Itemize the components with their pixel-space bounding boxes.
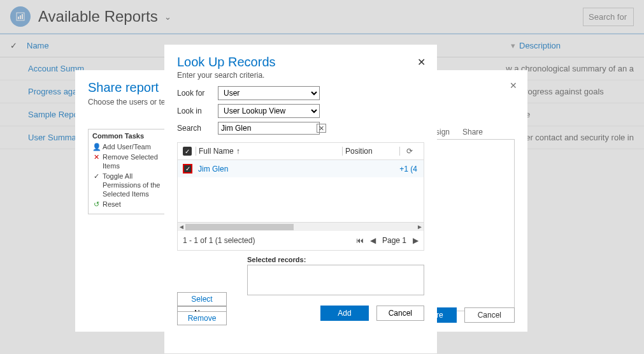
lookup-title: Look Up Records xyxy=(177,55,424,70)
close-icon[interactable]: ✕ xyxy=(510,80,517,91)
lookup-subtitle: Enter your search criteria. xyxy=(177,71,424,80)
page-label: Page 1 xyxy=(382,236,406,245)
grid-header: ✓ Full Name ↑ Position ⟳ xyxy=(178,143,424,160)
clear-search-icon[interactable]: ✕ xyxy=(317,124,326,133)
share-columns: ssign Share xyxy=(432,128,515,139)
check-icon: ✓ xyxy=(92,172,100,181)
scroll-left-icon[interactable]: ◄ xyxy=(178,223,185,230)
scroll-thumb[interactable] xyxy=(185,224,294,230)
select-all-checkbox[interactable]: ✓ xyxy=(183,147,192,156)
selected-records-box xyxy=(247,265,424,295)
task-add-user[interactable]: 👤Add User/Team xyxy=(92,142,173,151)
column-fullname[interactable]: Full Name ↑ xyxy=(196,147,342,156)
task-reset[interactable]: ↺Reset xyxy=(92,200,173,209)
search-label: Search xyxy=(177,124,218,133)
row-checkbox[interactable]: ✓ xyxy=(183,164,192,173)
row-phone: +1 (4 xyxy=(361,165,419,173)
grid-row[interactable]: ✓ Jim Glen +1 (4 xyxy=(178,160,424,177)
select-button[interactable]: Select xyxy=(177,292,227,306)
pager: 1 - 1 of 1 (1 selected) ⏮ ◀ Page 1 ▶ xyxy=(177,231,424,251)
results-grid: ✓ Full Name ↑ Position ⟳ ✓ Jim Glen +1 (… xyxy=(177,142,424,231)
sort-asc-icon: ↑ xyxy=(236,147,240,156)
prev-page-icon[interactable]: ◀ xyxy=(370,236,376,245)
cancel-button[interactable]: Cancel xyxy=(464,307,515,323)
remove-icon: ✕ xyxy=(92,152,100,161)
common-tasks-box: Common Tasks 👤Add User/Team ✕Remove Sele… xyxy=(88,129,177,214)
close-icon[interactable]: ✕ xyxy=(417,56,426,68)
lookin-label: Look in xyxy=(177,107,218,115)
add-button[interactable]: Add xyxy=(320,306,368,321)
pager-status: 1 - 1 of 1 (1 selected) xyxy=(183,236,356,245)
first-page-icon[interactable]: ⏮ xyxy=(356,236,364,245)
lookfor-label: Look for xyxy=(177,89,218,98)
task-remove[interactable]: ✕Remove Selected Items xyxy=(92,152,173,170)
horizontal-scrollbar[interactable]: ◄ ► xyxy=(178,222,424,231)
next-page-icon[interactable]: ▶ xyxy=(413,236,419,245)
column-position[interactable]: Position xyxy=(342,147,399,156)
lookfor-select[interactable]: User xyxy=(218,86,320,100)
remove-button[interactable]: Remove xyxy=(177,311,227,325)
cancel-button[interactable]: Cancel xyxy=(376,306,424,321)
row-fullname: Jim Glen xyxy=(196,165,361,173)
share-list xyxy=(432,139,515,311)
scroll-right-icon[interactable]: ► xyxy=(416,223,424,230)
reset-icon: ↺ xyxy=(92,200,100,209)
lookup-records-dialog: ✕ Look Up Records Enter your search crit… xyxy=(164,45,437,353)
lookin-select[interactable]: User Lookup View xyxy=(218,104,320,118)
selected-records-label: Selected records: xyxy=(247,256,424,263)
tasks-title: Common Tasks xyxy=(92,132,173,140)
task-toggle[interactable]: ✓Toggle All Permissions of the Selected … xyxy=(92,172,173,198)
refresh-icon[interactable]: ⟳ xyxy=(399,147,419,156)
search-input[interactable] xyxy=(221,124,317,133)
user-add-icon: 👤 xyxy=(92,142,100,151)
